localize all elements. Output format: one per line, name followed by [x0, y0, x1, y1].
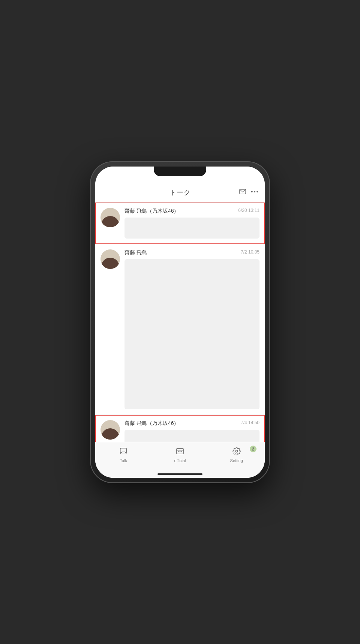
svg-point-2: [254, 191, 255, 192]
chat-name: 齋藤 飛鳥: [124, 249, 147, 256]
svg-point-3: [257, 191, 258, 192]
phone-notch: [154, 167, 206, 176]
svg-point-7: [178, 451, 179, 452]
nav-item-setting[interactable]: 2 Setting: [208, 447, 265, 463]
chat-preview: [124, 259, 260, 409]
home-indicator: [158, 473, 202, 475]
chat-name: 齋藤 飛鳥（乃木坂46）: [124, 420, 179, 427]
svg-point-1: [251, 191, 252, 192]
phone-frame: トーク: [90, 161, 270, 483]
avatar-hair: [101, 428, 119, 440]
talk-icon: [119, 447, 128, 457]
nav-label-official: official: [174, 458, 186, 463]
nav-label-talk: Talk: [120, 458, 128, 463]
setting-icon: [232, 447, 241, 457]
chat-preview: [124, 218, 260, 239]
svg-point-8: [180, 451, 181, 452]
chat-time: 7/2 10:05: [241, 249, 260, 255]
mail-icon[interactable]: [239, 188, 246, 197]
more-icon[interactable]: [251, 188, 258, 197]
nav-label-setting: Setting: [230, 458, 243, 463]
chat-content: 齋藤 飛鳥 7/2 10:05: [124, 249, 260, 409]
avatar: [100, 420, 120, 440]
svg-point-10: [236, 450, 238, 452]
svg-rect-4: [120, 448, 127, 453]
nav-item-talk[interactable]: Talk: [95, 447, 152, 463]
chat-top: 齋藤 飛鳥（乃木坂46） 7/4 14:50: [124, 420, 260, 427]
header: トーク: [95, 183, 265, 203]
avatar-hair: [101, 258, 119, 269]
nav-item-official[interactable]: official: [152, 447, 208, 463]
chat-content: 齋藤 飛鳥（乃木坂46） 6/20 13:11: [124, 208, 260, 239]
phone-screen: トーク: [95, 167, 265, 478]
nav-badge: 2: [250, 446, 256, 452]
chat-time: 7/4 14:50: [241, 420, 260, 425]
svg-point-9: [181, 451, 182, 452]
header-title: トーク: [170, 188, 191, 197]
chat-item[interactable]: 齋藤 飛鳥（乃木坂46） 7/4 14:50: [95, 415, 265, 442]
chat-time: 6/20 13:11: [238, 208, 260, 213]
official-icon: [176, 447, 184, 457]
chat-top: 齋藤 飛鳥（乃木坂46） 6/20 13:11: [124, 208, 260, 215]
chat-preview: [124, 430, 260, 442]
header-icons: [239, 188, 258, 197]
avatar: [100, 249, 120, 269]
chat-item[interactable]: 齋藤 飛鳥 7/2 10:05: [95, 244, 265, 415]
chat-top: 齋藤 飛鳥 7/2 10:05: [124, 249, 260, 256]
chat-content: 齋藤 飛鳥（乃木坂46） 7/4 14:50: [124, 420, 260, 442]
chat-item[interactable]: 齋藤 飛鳥（乃木坂46） 6/20 13:11: [95, 203, 265, 244]
avatar-hair: [101, 216, 119, 227]
avatar: [100, 208, 120, 227]
chat-list: 齋藤 飛鳥（乃木坂46） 6/20 13:11 齋藤 飛鳥 7/2 10:05: [95, 203, 265, 442]
bottom-nav: Talk official 2: [95, 442, 265, 472]
chat-name: 齋藤 飛鳥（乃木坂46）: [124, 208, 179, 215]
